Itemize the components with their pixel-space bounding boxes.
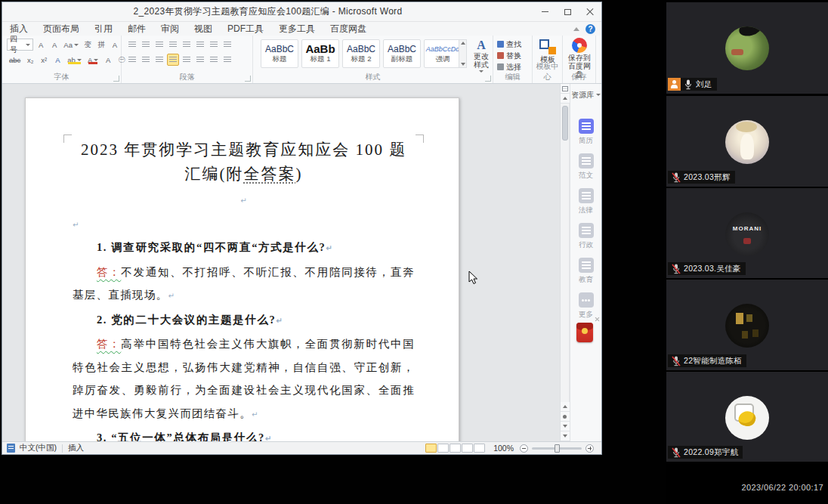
language-indicator[interactable]: 中文(中国) bbox=[20, 443, 57, 453]
clear-format-icon[interactable]: 变 bbox=[82, 39, 94, 51]
asian-layout-icon[interactable] bbox=[194, 39, 206, 51]
spell-check-icon[interactable] bbox=[7, 444, 15, 453]
justify-icon[interactable] bbox=[167, 54, 179, 66]
red-envelope-icon[interactable] bbox=[576, 323, 593, 342]
resource-item-samples[interactable]: 范文 bbox=[570, 153, 601, 181]
tab-mailings[interactable]: 邮件 bbox=[120, 22, 153, 36]
select-button[interactable]: 选择 bbox=[497, 62, 521, 72]
tab-view[interactable]: 视图 bbox=[187, 22, 220, 36]
font-size-select[interactable]: 四号 bbox=[7, 39, 33, 51]
outline-view-button[interactable] bbox=[462, 444, 473, 453]
participant-tile[interactable]: 22智能制造陈栢 bbox=[666, 280, 828, 370]
align-center-icon[interactable] bbox=[140, 54, 152, 66]
scroll-down-button[interactable] bbox=[561, 431, 570, 441]
participant-tile[interactable]: 2023.03邢辉 bbox=[666, 96, 828, 187]
zoom-out-button[interactable] bbox=[520, 444, 528, 453]
resource-item-law[interactable]: 法律 bbox=[570, 188, 601, 215]
help-icon[interactable]: ? bbox=[585, 24, 595, 34]
increase-indent-icon[interactable] bbox=[181, 39, 193, 51]
insert-mode-indicator[interactable]: 插入 bbox=[68, 443, 84, 453]
strikethrough-icon[interactable]: abc bbox=[7, 54, 23, 66]
font-color-icon[interactable]: A bbox=[85, 54, 100, 66]
superscript-icon[interactable]: x² bbox=[38, 54, 50, 66]
collapse-ribbon-icon[interactable] bbox=[573, 27, 579, 31]
template-button[interactable]: 模板 bbox=[539, 39, 556, 63]
resource-library-header[interactable]: 资源库 bbox=[570, 90, 601, 100]
style-heading-2[interactable]: AaBbC 标题 2 bbox=[342, 39, 380, 68]
align-right-icon[interactable] bbox=[153, 54, 165, 66]
character-border-icon[interactable]: A bbox=[109, 39, 121, 51]
resource-item-education[interactable]: 教育 bbox=[570, 258, 601, 285]
text-effects-icon[interactable]: A bbox=[51, 54, 63, 66]
distribute-icon[interactable] bbox=[181, 54, 193, 66]
zoom-slider-thumb[interactable] bbox=[555, 444, 560, 453]
change-case-icon[interactable]: Aa bbox=[62, 39, 80, 51]
tab-pdf-tools[interactable]: PDF工具 bbox=[220, 22, 271, 36]
font-group-label: 字体 bbox=[2, 72, 121, 82]
document-heading: 2023 年贯彻学习主题教育应知应会 100 题 汇编(附全答案) bbox=[73, 138, 415, 213]
close-button[interactable] bbox=[579, 2, 601, 21]
print-layout-view-button[interactable] bbox=[425, 444, 437, 453]
tab-more-tools[interactable]: 更多工具 bbox=[271, 22, 323, 36]
tab-page-layout[interactable]: 页面布局 bbox=[36, 22, 87, 36]
browse-object-button[interactable] bbox=[561, 412, 570, 422]
participant-tile[interactable]: 2022.09郑宇航 bbox=[666, 372, 828, 462]
draft-view-button[interactable] bbox=[474, 444, 485, 453]
zoom-level[interactable]: 100% bbox=[493, 444, 514, 453]
zoom-in-button[interactable] bbox=[585, 444, 594, 453]
minimize-button[interactable] bbox=[533, 2, 556, 21]
change-styles-button[interactable]: A 更改样式 bbox=[471, 39, 492, 73]
vertical-scrollbar[interactable] bbox=[560, 84, 569, 441]
avatar-text: MORANI bbox=[725, 225, 769, 232]
fullscreen-view-button[interactable] bbox=[437, 444, 449, 453]
participant-tile[interactable]: 刘足 bbox=[666, 2, 828, 94]
scroll-up-button[interactable] bbox=[561, 94, 570, 104]
highlight-color-icon[interactable]: ab bbox=[65, 54, 84, 66]
window-controls bbox=[533, 2, 601, 21]
tab-baidu-netdisk[interactable]: 百度网盘 bbox=[323, 22, 374, 36]
decrease-indent-icon[interactable] bbox=[167, 39, 179, 51]
font-dialog-launcher-icon[interactable] bbox=[113, 76, 119, 82]
scrollbar-thumb[interactable] bbox=[562, 106, 568, 141]
ruler-toggle-button[interactable] bbox=[561, 84, 570, 94]
zoom-slider[interactable] bbox=[532, 447, 582, 450]
resource-item-resume[interactable]: 简历 bbox=[570, 119, 601, 146]
previous-page-button[interactable] bbox=[561, 402, 570, 412]
maximize-button[interactable] bbox=[556, 2, 579, 21]
styles-scroll-up-icon bbox=[461, 42, 465, 45]
web-layout-view-button[interactable] bbox=[450, 444, 461, 453]
multilevel-list-icon[interactable] bbox=[153, 39, 165, 51]
style-subtitle[interactable]: AaBbC 副标题 bbox=[383, 39, 421, 68]
sort-icon[interactable] bbox=[208, 39, 220, 51]
document-page[interactable]: 2023 年贯彻学习主题教育应知应会 100 题 汇编(附全答案) ↵ 1. 调… bbox=[25, 97, 459, 441]
participant-tile[interactable]: MORANI 2023.03.吴佳豪 bbox=[666, 188, 828, 278]
replace-button[interactable]: 替换 bbox=[497, 51, 521, 60]
paragraph-dialog-launcher-icon[interactable] bbox=[245, 76, 251, 82]
shrink-font-icon[interactable]: A bbox=[48, 39, 60, 51]
host-badge-icon bbox=[668, 78, 681, 91]
resource-item-more[interactable]: 更多 bbox=[570, 292, 601, 320]
shading-icon[interactable] bbox=[208, 54, 220, 66]
bullets-icon[interactable] bbox=[126, 39, 138, 51]
show-marks-icon[interactable] bbox=[221, 39, 233, 51]
style-emphasis[interactable]: AaBbCcDd 强调 bbox=[424, 39, 462, 68]
line-spacing-icon[interactable] bbox=[194, 54, 206, 66]
style-heading-1[interactable]: AaBb 标题 1 bbox=[301, 39, 339, 68]
borders-icon[interactable] bbox=[221, 54, 233, 66]
phonetic-guide-icon[interactable]: 拼 bbox=[95, 39, 107, 51]
styles-scrollbar[interactable] bbox=[459, 39, 467, 68]
grow-font-icon[interactable]: A bbox=[35, 39, 47, 51]
tab-review[interactable]: 审阅 bbox=[153, 22, 187, 36]
red-envelope-close-icon[interactable] bbox=[595, 317, 600, 322]
character-shading-icon[interactable]: A bbox=[102, 54, 114, 66]
align-left-icon[interactable] bbox=[126, 54, 138, 66]
tab-references[interactable]: 引用 bbox=[87, 22, 120, 36]
subscript-icon[interactable]: x₂ bbox=[24, 54, 36, 66]
styles-dialog-launcher-icon[interactable] bbox=[485, 76, 491, 82]
find-button[interactable]: 查找 bbox=[497, 39, 521, 49]
ribbon-corner-buttons: ? bbox=[573, 24, 601, 34]
resource-item-admin[interactable]: 行政 bbox=[570, 223, 601, 250]
next-page-button[interactable] bbox=[561, 422, 570, 431]
numbering-icon[interactable] bbox=[140, 39, 152, 51]
style-heading[interactable]: AaBbC 标题 bbox=[261, 39, 298, 68]
